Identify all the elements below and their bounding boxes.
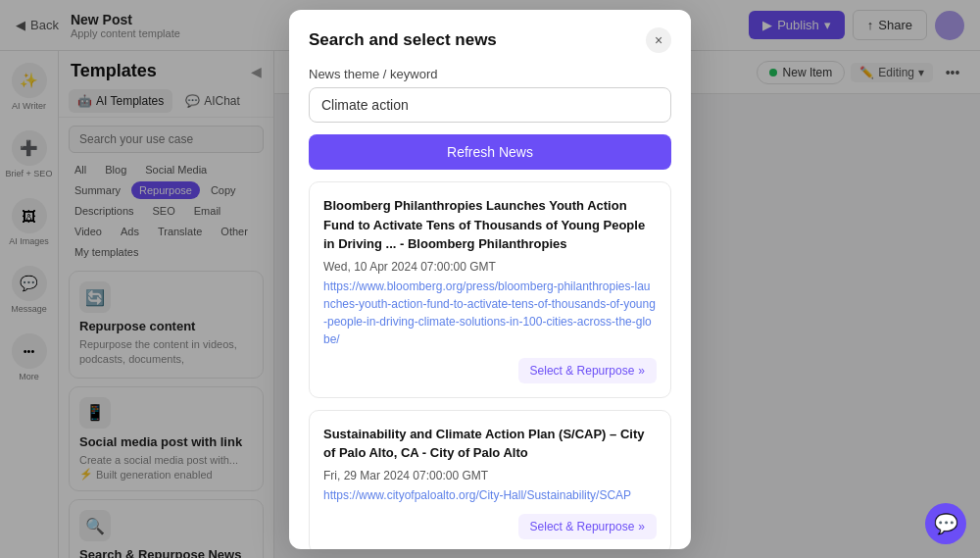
- chevron-right-icon: »: [638, 364, 645, 378]
- modal-body: News theme / keyword Refresh News Bloomb…: [289, 67, 691, 549]
- refresh-news-button[interactable]: Refresh News: [309, 134, 671, 170]
- news-item-1: Bloomberg Philanthropies Launches Youth …: [309, 181, 671, 398]
- news-date-1: Wed, 10 Apr 2024 07:00:00 GMT: [323, 260, 657, 274]
- select-repurpose-btn-2[interactable]: Select & Repurpose »: [518, 514, 657, 539]
- modal-overlay: Search and select news × News theme / ke…: [0, 0, 980, 558]
- news-title-2: Sustainability and Climate Action Plan (…: [323, 425, 657, 463]
- chat-bubble-button[interactable]: 💬: [925, 503, 966, 544]
- chat-icon: 💬: [934, 512, 958, 535]
- search-news-modal: Search and select news × News theme / ke…: [289, 10, 691, 549]
- field-label: News theme / keyword: [309, 67, 671, 81]
- news-item-2: Sustainability and Climate Action Plan (…: [309, 410, 671, 550]
- modal-title: Search and select news: [309, 30, 497, 50]
- chevron-right-icon-2: »: [638, 520, 645, 533]
- news-title-1: Bloomberg Philanthropies Launches Youth …: [323, 196, 657, 254]
- select-repurpose-btn-1[interactable]: Select & Repurpose »: [518, 358, 657, 383]
- keyword-input[interactable]: [309, 87, 671, 123]
- news-url-2: https://www.cityofpaloalto.org/City-Hall…: [323, 486, 657, 504]
- modal-close-button[interactable]: ×: [646, 27, 671, 53]
- news-date-2: Fri, 29 Mar 2024 07:00:00 GMT: [323, 469, 657, 482]
- news-url-1: https://www.bloomberg.org/press/bloomber…: [323, 278, 657, 348]
